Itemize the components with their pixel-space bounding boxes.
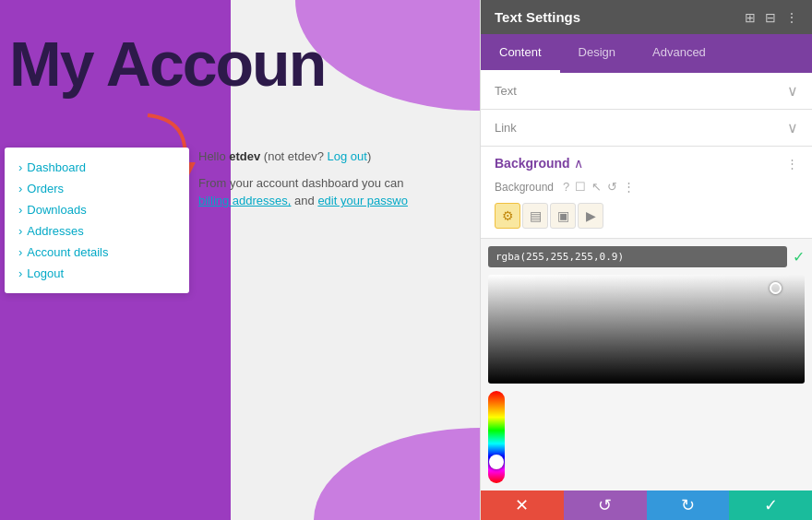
save-button[interactable]: ✓ — [729, 490, 812, 520]
background-controls: Background ? ☐ ↖ ↺ ⋮ — [495, 180, 798, 194]
bg-type-image[interactable]: ▣ — [550, 203, 576, 229]
hue-slider[interactable] — [488, 391, 505, 483]
color-gradient-picker[interactable] — [488, 275, 805, 384]
cancel-button[interactable]: ✕ — [481, 490, 564, 520]
background-collapse-icon[interactable]: ∧ — [574, 156, 583, 171]
right-panel: Text Settings ⊞ ⊟ ⋮ Content Design Advan… — [480, 0, 812, 520]
background-more-icon[interactable]: ⋮ — [786, 157, 798, 171]
settings-tabs: Content Design Advanced — [481, 34, 812, 73]
bg-type-gradient[interactable]: ▤ — [522, 203, 548, 229]
background-pointer-icon[interactable]: ↖ — [591, 180, 602, 194]
columns-icon[interactable]: ⊟ — [765, 10, 776, 25]
page-title: My Accoun — [9, 28, 325, 100]
color-picker: ✓ — [481, 239, 812, 490]
color-value-input[interactable] — [488, 246, 787, 267]
color-confirm-icon[interactable]: ✓ — [793, 248, 805, 266]
tab-design[interactable]: Design — [560, 34, 634, 73]
sidebar-item-account-details[interactable]: Account details — [18, 242, 175, 263]
sidebar-item-dashboard[interactable]: Dashboard — [18, 157, 175, 178]
billing-link[interactable]: billing addresses, — [198, 194, 291, 207]
background-section: Background ∧ ⋮ Background ? ☐ ↖ ↺ ⋮ ⚙ ▤ … — [481, 147, 812, 239]
text-section-chevron: ∨ — [787, 82, 798, 100]
bg-type-color[interactable]: ⚙ — [495, 203, 520, 229]
hue-handle — [489, 455, 504, 469]
redo-button[interactable]: ↻ — [647, 490, 730, 520]
gradient-handle[interactable] — [770, 282, 782, 294]
hello-text: Hello etdev (not etdev? Log out) — [198, 148, 466, 167]
background-help-icon[interactable]: ? — [563, 180, 569, 194]
link-section-label: Link — [495, 121, 517, 135]
sidebar-item-orders[interactable]: Orders — [18, 178, 175, 199]
background-reset-icon[interactable]: ↺ — [607, 180, 617, 194]
background-title-row: Background ∧ — [495, 156, 583, 171]
bottom-toolbar: ✕ ↺ ↻ ✓ — [481, 490, 812, 520]
expand-icon[interactable]: ⊞ — [745, 10, 756, 25]
background-mobile-icon[interactable]: ☐ — [575, 180, 586, 194]
settings-title: Text Settings — [495, 9, 580, 25]
background-title: Background — [495, 156, 570, 171]
page-content: Hello etdev (not etdev? Log out) From yo… — [198, 148, 466, 210]
username: etdev — [229, 149, 260, 163]
password-link[interactable]: edit your passwo — [317, 194, 408, 207]
link-section-chevron: ∨ — [787, 119, 798, 136]
sidebar-item-downloads[interactable]: Downloads — [18, 199, 175, 220]
text-section[interactable]: Text ∨ — [481, 73, 812, 110]
settings-header: Text Settings ⊞ ⊟ ⋮ — [481, 0, 812, 34]
more-icon[interactable]: ⋮ — [785, 10, 798, 25]
background-type-buttons: ⚙ ▤ ▣ ▶ — [495, 203, 798, 229]
sidebar-item-logout[interactable]: Logout — [18, 263, 175, 284]
background-section-icons: ⋮ — [786, 157, 798, 171]
tab-content[interactable]: Content — [481, 34, 560, 73]
color-input-row: ✓ — [488, 246, 805, 267]
purple-bottom-right — [231, 382, 480, 520]
navigation-menu: Dashboard Orders Downloads Addresses Acc… — [5, 148, 189, 293]
header-icons: ⊞ ⊟ ⋮ — [745, 10, 798, 25]
text-section-label: Text — [495, 84, 517, 98]
reset-button[interactable]: ↺ — [564, 490, 647, 520]
left-panel: My Accoun Dashboard Orders Downloads Add… — [0, 0, 480, 520]
tab-advanced[interactable]: Advanced — [634, 34, 724, 73]
hue-row — [488, 391, 805, 483]
description-text: From your account dashboard you can bill… — [198, 174, 466, 210]
link-section[interactable]: Link ∨ — [481, 110, 812, 147]
background-header: Background ∧ ⋮ — [495, 156, 798, 171]
sidebar-item-addresses[interactable]: Addresses — [18, 220, 175, 242]
background-label: Background — [495, 181, 554, 194]
bg-type-video[interactable]: ▶ — [578, 203, 603, 229]
logout-link[interactable]: Log out — [328, 149, 367, 163]
background-options-icon[interactable]: ⋮ — [623, 180, 635, 194]
